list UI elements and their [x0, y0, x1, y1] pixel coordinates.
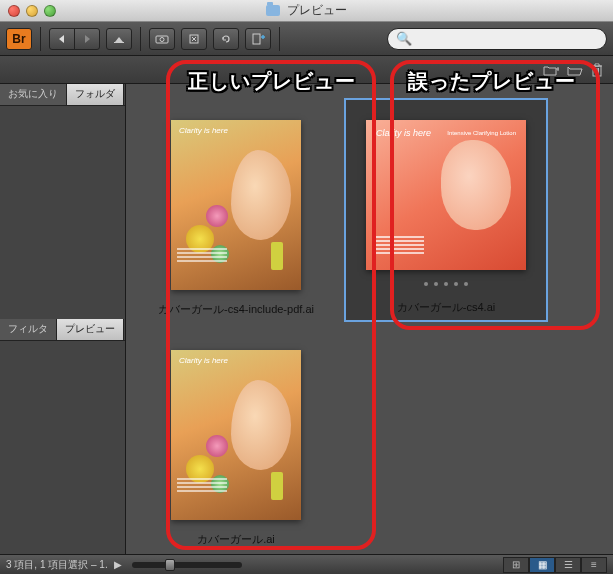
sidebar-tabrow-2: フィルタ プレビュー [0, 319, 125, 341]
slider-knob[interactable] [165, 559, 175, 571]
trash-icon[interactable] [591, 63, 603, 77]
view-detail-button[interactable]: ☰ [555, 557, 581, 573]
toolbar-divider [140, 27, 141, 51]
zoom-window-button[interactable] [44, 5, 56, 17]
camera-button[interactable] [149, 28, 175, 50]
sidebar-tabrow-1: お気に入り フォルダ [0, 84, 125, 106]
thumbnail-preview: Clarity is here Intensive Clarifying Lot… [366, 120, 526, 270]
view-grid-lock-button[interactable]: ⊞ [503, 557, 529, 573]
rating-dots[interactable] [424, 282, 468, 286]
view-list-button[interactable]: ≡ [581, 557, 607, 573]
svg-rect-0 [114, 42, 124, 43]
forward-button[interactable] [74, 28, 100, 50]
workspace: お気に入り フォルダ フィルタ プレビュー Clarity is here [0, 84, 613, 554]
thumbnail-grid: Clarity is here カバーガール-cs4-include-pdf.a… [126, 84, 613, 554]
svg-rect-4 [253, 34, 260, 44]
search-field[interactable]: 🔍 [387, 28, 607, 50]
statusbar: 3 項目, 1 項目選択 – 1. ▶ ⊞ ▦ ☰ ≡ [0, 554, 613, 574]
open-icon[interactable] [567, 64, 583, 76]
view-mode-buttons: ⊞ ▦ ☰ ≡ [503, 557, 607, 573]
main-toolbar: Br 🔍 [0, 22, 613, 56]
thumbnail-item[interactable]: Clarity is here Intensive Clarifying Lot… [346, 100, 546, 320]
reveal-button[interactable] [106, 28, 132, 50]
new-doc-button[interactable] [245, 28, 271, 50]
artwork-headline: Clarity is here [376, 128, 431, 138]
thumbnail-filename: カバーガール.ai [191, 528, 281, 550]
close-window-button[interactable] [8, 5, 20, 17]
thumbnail-filename: カバーガール-cs4-include-pdf.ai [152, 298, 320, 320]
sidebar: お気に入り フォルダ フィルタ プレビュー [0, 84, 126, 554]
svg-point-2 [160, 37, 164, 41]
thumbnail-item[interactable]: Clarity is here カバーガール-cs4-include-pdf.a… [136, 100, 336, 320]
thumbnail-filename: カバーガール-cs4.ai [391, 296, 501, 318]
tab-filter[interactable]: フィルタ [0, 319, 57, 340]
window-title-text: プレビュー [287, 3, 347, 17]
toolbar-divider [40, 27, 41, 51]
thumbnail-preview: Clarity is here [171, 350, 301, 520]
tab-preview[interactable]: プレビュー [57, 319, 124, 340]
content-area[interactable]: Clarity is here カバーガール-cs4-include-pdf.a… [126, 84, 613, 554]
thumbnail-size-slider[interactable] [132, 562, 242, 568]
view-grid-button[interactable]: ▦ [529, 557, 555, 573]
nav-buttons [49, 28, 100, 50]
traffic-lights [0, 5, 56, 17]
search-icon: 🔍 [396, 31, 412, 46]
minimize-window-button[interactable] [26, 5, 38, 17]
artwork-headline: Clarity is here [179, 356, 228, 365]
status-text: 3 項目, 1 項目選択 – 1. [6, 558, 108, 572]
thumbnail-item[interactable]: Clarity is here カバーガール.ai [136, 330, 336, 550]
artwork-subhead: Intensive Clarifying Lotion [447, 130, 516, 136]
window-title: プレビュー [0, 2, 613, 19]
refine-button[interactable] [181, 28, 207, 50]
toolbar-divider [279, 27, 280, 51]
search-input[interactable] [416, 33, 598, 45]
tab-folders[interactable]: フォルダ [67, 84, 124, 105]
thumbnail-preview: Clarity is here [171, 120, 301, 290]
rotate-button[interactable] [213, 28, 239, 50]
app-logo[interactable]: Br [6, 28, 32, 50]
secondary-iconbar [0, 56, 613, 84]
new-folder-icon[interactable] [543, 64, 559, 76]
preview-panel[interactable] [0, 341, 125, 554]
back-button[interactable] [49, 28, 75, 50]
folders-panel[interactable] [0, 106, 125, 319]
chevron-right-icon[interactable]: ▶ [114, 559, 122, 570]
folder-icon [266, 5, 280, 16]
titlebar: プレビュー [0, 0, 613, 22]
tab-favorites[interactable]: お気に入り [0, 84, 67, 105]
artwork-headline: Clarity is here [179, 126, 228, 135]
